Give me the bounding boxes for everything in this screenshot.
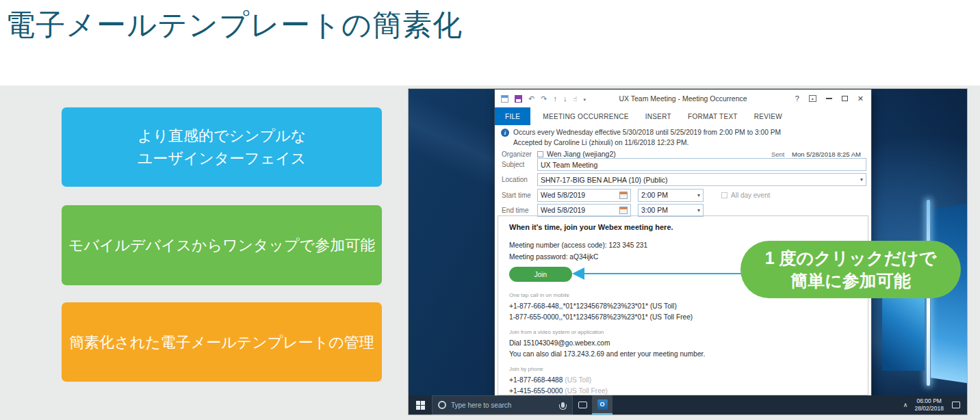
cortana-icon xyxy=(438,401,446,409)
tab-file[interactable]: FILE xyxy=(495,107,530,125)
location-label: Location xyxy=(502,176,537,183)
organizer-checkbox[interactable] xyxy=(537,151,543,157)
subject-field[interactable] xyxy=(537,158,866,171)
tab-meeting-occurrence[interactable]: MEETING OCCURRENCE xyxy=(534,107,636,125)
maximize-button[interactable] xyxy=(842,96,848,101)
microphone-icon[interactable] xyxy=(561,402,565,408)
callout-bubble: 1 度のクリックだけで 簡単に参加可能 xyxy=(740,241,961,298)
ribbon-display-options-button[interactable] xyxy=(809,95,816,102)
tray-chevron-icon[interactable]: ∧ xyxy=(903,402,908,408)
taskbar-outlook-button[interactable]: O xyxy=(592,395,612,415)
location-combobox[interactable]: SHN7-17-BIG BEN ALPHA (10) (Public) xyxy=(537,173,866,186)
meeting-infobar: Occurs every Wednesday effective 5/30/20… xyxy=(501,128,867,148)
window-controls: ? ✕ xyxy=(795,95,871,103)
bullet-box-onetap: モバイルデバイスからワンタップで参加可能 xyxy=(62,205,382,285)
phone-number: +1-415-655-0000 xyxy=(509,387,563,395)
infobar-line2: Accepted by Caroline Li (zhixuli) on 11/… xyxy=(513,138,781,148)
start-date-picker[interactable]: Wed 5/8/2019 xyxy=(537,189,631,202)
end-time-value: 3:00 PM xyxy=(641,206,668,214)
field-row-end: End time Wed 5/8/2019 3:00 PM xyxy=(502,203,866,217)
start-date-value: Wed 5/8/2019 xyxy=(541,191,585,199)
outlook-icon: O xyxy=(597,399,608,410)
windows-taskbar: O ∧ 06:00 PM 28/02/2018 xyxy=(409,395,967,415)
next-item-icon[interactable] xyxy=(563,95,567,103)
join-button[interactable]: Join xyxy=(509,267,572,282)
info-icon xyxy=(501,129,509,137)
search-input[interactable] xyxy=(451,402,556,409)
clock-date: 28/02/2018 xyxy=(914,405,944,412)
all-day-event: All day event xyxy=(721,192,770,199)
sent-info: Sent Mon 5/28/2018 8:25 AM xyxy=(771,150,861,158)
undo-icon[interactable] xyxy=(528,95,534,103)
start-time-label: Start time xyxy=(502,192,537,199)
task-view-button[interactable] xyxy=(573,395,592,415)
bullet-box-ui-label: より直感的でシンプルな ユーザインターフェイス xyxy=(138,124,307,170)
video-system-line: Dial 151043049@go.webex.com xyxy=(509,339,868,347)
windows-logo-icon xyxy=(416,401,425,410)
all-day-label: All day event xyxy=(731,192,770,199)
taskbar-search[interactable] xyxy=(432,395,573,415)
bullet-box-ui: より直感的でシンプルな ユーザインターフェイス xyxy=(62,107,382,187)
end-time-dropdown[interactable]: 3:00 PM xyxy=(638,204,704,217)
clock-time: 06:00 PM xyxy=(914,397,944,405)
bullet-box-management-label: 簡素化された電子メールテンプレートの管理 xyxy=(69,331,374,354)
field-row-location: Location SHN7-17-BIG BEN ALPHA (10) (Pub… xyxy=(502,173,866,186)
all-day-checkbox[interactable] xyxy=(721,192,727,198)
field-row-start: Start time Wed 5/8/2019 2:00 PM All day … xyxy=(502,188,866,202)
callout-arrow-line xyxy=(584,273,742,274)
phone-number-row: +1-877-668-4488 (US Toll) xyxy=(509,376,868,384)
phone-number: +1-877-668-4488 xyxy=(509,376,563,384)
slide-root: 電子メールテンプレートの簡素化 より直感的でシンプルな ユーザインターフェイス … xyxy=(0,0,980,420)
start-time-dropdown[interactable]: 2:00 PM xyxy=(638,189,704,202)
previous-item-icon[interactable] xyxy=(553,95,557,103)
tab-format-text[interactable]: FORMAT TEXT xyxy=(680,107,746,125)
organizer-value: Wen Jiang (wejiang2) xyxy=(547,150,616,158)
organizer-label: Organizer xyxy=(502,150,537,158)
infobar-text: Occurs every Wednesday effective 5/30/20… xyxy=(513,128,781,148)
phone-qualifier: (US Toll) xyxy=(565,376,591,384)
callout-arrowhead xyxy=(572,267,584,280)
bullet-box-management: 簡素化された電子メールテンプレートの管理 xyxy=(62,302,382,382)
end-time-label: End time xyxy=(502,207,537,214)
ribbon-tabs: FILE MEETING OCCURRENCE INSERT FORMAT TE… xyxy=(495,107,871,125)
touch-mode-icon[interactable] xyxy=(573,95,577,103)
calendar-icon[interactable] xyxy=(619,207,628,214)
field-row-subject: Subject xyxy=(502,158,866,171)
join-by-phone-header: Join by phone xyxy=(509,366,868,373)
minimize-button[interactable] xyxy=(826,98,832,99)
tab-review[interactable]: REVIEW xyxy=(746,107,790,125)
taskbar-clock[interactable]: 06:00 PM 28/02/2018 xyxy=(914,397,944,412)
appointment-icon[interactable] xyxy=(501,95,508,103)
one-tap-line: 1-877-655-0000,,*01*12345678%23%23*01* (… xyxy=(509,313,868,321)
redo-icon[interactable] xyxy=(541,95,547,103)
help-button[interactable]: ? xyxy=(795,95,799,103)
start-button[interactable] xyxy=(409,395,432,415)
save-icon[interactable] xyxy=(515,95,522,103)
calendar-icon[interactable] xyxy=(619,192,628,199)
bullet-box-onetap-label: モバイルデバイスからワンタップで参加可能 xyxy=(68,234,375,257)
end-date-value: Wed 5/8/2019 xyxy=(541,206,585,214)
action-center-icon[interactable] xyxy=(952,402,960,408)
phone-number-row: +1-415-655-0000 (US Toll Free) xyxy=(509,386,868,395)
location-value: SHN7-17-BIG BEN ALPHA (10) (Public) xyxy=(541,176,668,184)
webex-heading: When it's time, join your Webex meeting … xyxy=(509,223,868,232)
video-system-line: You can also dial 173.243.2.69 and enter… xyxy=(509,350,868,358)
window-titlebar: UX Team Meeting - Meeting Occurrence ? ✕ xyxy=(495,90,871,107)
page-title: 電子メールテンプレートの簡素化 xyxy=(5,5,463,45)
tab-insert[interactable]: INSERT xyxy=(637,107,680,125)
video-system-header: Join from a video system or application xyxy=(509,329,868,336)
content-panel: より直感的でシンプルな ユーザインターフェイス モバイルデバイスからワンタップで… xyxy=(0,86,980,420)
subject-input[interactable] xyxy=(541,161,863,169)
subject-label: Subject xyxy=(502,161,537,168)
wallpaper-pane-lower xyxy=(882,294,925,371)
close-button[interactable]: ✕ xyxy=(858,95,864,103)
one-tap-line: +1-877-668-448,,*01*12345678%23%23*01* (… xyxy=(509,302,868,311)
sent-value: Mon 5/28/2018 8:25 AM xyxy=(792,150,861,158)
phone-qualifier: (US Toll Free) xyxy=(565,387,608,395)
infobar-line1: Occurs every Wednesday effective 5/30/20… xyxy=(513,128,781,138)
end-date-picker[interactable]: Wed 5/8/2019 xyxy=(537,204,631,217)
sent-label: Sent xyxy=(771,150,785,158)
start-time-value: 2:00 PM xyxy=(641,191,668,199)
task-view-icon xyxy=(578,402,587,408)
customize-toolbar-icon[interactable] xyxy=(584,95,586,103)
